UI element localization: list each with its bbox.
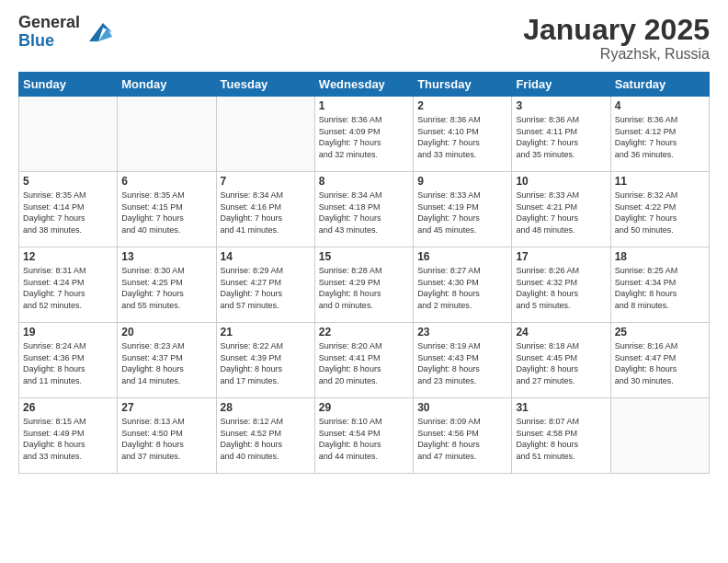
day-info: Sunrise: 8:27 AMSunset: 4:30 PMDaylight:…: [417, 265, 507, 311]
day-number: 4: [615, 99, 705, 112]
day-number: 2: [417, 99, 507, 112]
day-number: 6: [121, 175, 211, 188]
day-info: Sunrise: 8:18 AMSunset: 4:45 PMDaylight:…: [516, 340, 606, 386]
header-tuesday: Tuesday: [216, 73, 314, 97]
table-row: 21Sunrise: 8:22 AMSunset: 4:39 PMDayligh…: [216, 323, 314, 398]
table-row: 8Sunrise: 8:34 AMSunset: 4:18 PMDaylight…: [314, 172, 413, 247]
day-number: 24: [516, 326, 606, 339]
table-row: 26Sunrise: 8:15 AMSunset: 4:49 PMDayligh…: [19, 398, 118, 474]
location: Ryazhsk, Russia: [523, 46, 710, 63]
day-number: 9: [417, 175, 507, 188]
table-row: 27Sunrise: 8:13 AMSunset: 4:50 PMDayligh…: [118, 398, 216, 474]
table-row: 12Sunrise: 8:31 AMSunset: 4:24 PMDayligh…: [19, 247, 118, 323]
table-row: 1Sunrise: 8:36 AMSunset: 4:09 PMDaylight…: [314, 97, 413, 172]
title-block: January 2025 Ryazhsk, Russia: [523, 14, 710, 63]
month-title: January 2025: [523, 14, 710, 46]
day-info: Sunrise: 8:10 AMSunset: 4:54 PMDaylight:…: [319, 416, 409, 462]
day-info: Sunrise: 8:28 AMSunset: 4:29 PMDaylight:…: [319, 265, 409, 311]
day-info: Sunrise: 8:33 AMSunset: 4:21 PMDaylight:…: [516, 190, 606, 236]
day-info: Sunrise: 8:20 AMSunset: 4:41 PMDaylight:…: [319, 340, 409, 386]
table-row: 4Sunrise: 8:36 AMSunset: 4:12 PMDaylight…: [610, 97, 709, 172]
week-row-3: 19Sunrise: 8:24 AMSunset: 4:36 PMDayligh…: [19, 323, 710, 398]
day-info: Sunrise: 8:24 AMSunset: 4:36 PMDaylight:…: [23, 340, 113, 386]
table-row: 23Sunrise: 8:19 AMSunset: 4:43 PMDayligh…: [414, 323, 512, 398]
table-row: 13Sunrise: 8:30 AMSunset: 4:25 PMDayligh…: [118, 247, 216, 323]
day-info: Sunrise: 8:09 AMSunset: 4:56 PMDaylight:…: [417, 416, 507, 462]
day-info: Sunrise: 8:30 AMSunset: 4:25 PMDaylight:…: [121, 265, 211, 311]
header: General Blue January 2025 Ryazhsk, Russi…: [18, 14, 710, 63]
header-friday: Friday: [512, 73, 610, 97]
day-info: Sunrise: 8:15 AMSunset: 4:49 PMDaylight:…: [23, 416, 113, 462]
table-row: 30Sunrise: 8:09 AMSunset: 4:56 PMDayligh…: [414, 398, 512, 474]
day-number: 25: [615, 326, 705, 339]
table-row: 16Sunrise: 8:27 AMSunset: 4:30 PMDayligh…: [414, 247, 512, 323]
table-row: 11Sunrise: 8:32 AMSunset: 4:22 PMDayligh…: [610, 172, 709, 247]
day-info: Sunrise: 8:07 AMSunset: 4:58 PMDaylight:…: [516, 416, 606, 462]
table-row: 25Sunrise: 8:16 AMSunset: 4:47 PMDayligh…: [610, 323, 709, 398]
day-number: 31: [516, 401, 606, 414]
day-info: Sunrise: 8:16 AMSunset: 4:47 PMDaylight:…: [615, 340, 705, 386]
day-info: Sunrise: 8:13 AMSunset: 4:50 PMDaylight:…: [121, 416, 211, 462]
day-info: Sunrise: 8:34 AMSunset: 4:16 PMDaylight:…: [221, 190, 311, 236]
header-monday: Monday: [118, 73, 216, 97]
day-info: Sunrise: 8:26 AMSunset: 4:32 PMDaylight:…: [516, 265, 606, 311]
day-number: 28: [221, 401, 311, 414]
table-row: 3Sunrise: 8:36 AMSunset: 4:11 PMDaylight…: [512, 97, 610, 172]
day-number: 18: [615, 250, 705, 263]
day-number: 17: [516, 250, 606, 263]
day-info: Sunrise: 8:12 AMSunset: 4:52 PMDaylight:…: [221, 416, 311, 462]
day-number: 26: [23, 401, 113, 414]
day-number: 23: [417, 326, 507, 339]
day-number: 7: [221, 175, 311, 188]
table-row: 17Sunrise: 8:26 AMSunset: 4:32 PMDayligh…: [512, 247, 610, 323]
logo-blue: Blue: [18, 32, 80, 51]
header-wednesday: Wednesday: [314, 73, 413, 97]
day-info: Sunrise: 8:25 AMSunset: 4:34 PMDaylight:…: [615, 265, 705, 311]
day-number: 27: [121, 401, 211, 414]
weekday-header-row: Sunday Monday Tuesday Wednesday Thursday…: [19, 73, 710, 97]
table-row: 28Sunrise: 8:12 AMSunset: 4:52 PMDayligh…: [216, 398, 314, 474]
day-number: 10: [516, 175, 606, 188]
day-info: Sunrise: 8:23 AMSunset: 4:37 PMDaylight:…: [121, 340, 211, 386]
day-number: 3: [516, 99, 606, 112]
page: General Blue January 2025 Ryazhsk, Russi…: [0, 0, 728, 563]
header-thursday: Thursday: [414, 73, 512, 97]
table-row: [118, 97, 216, 172]
day-number: 20: [121, 326, 211, 339]
table-row: 9Sunrise: 8:33 AMSunset: 4:19 PMDaylight…: [414, 172, 512, 247]
header-sunday: Sunday: [19, 73, 118, 97]
day-info: Sunrise: 8:33 AMSunset: 4:19 PMDaylight:…: [417, 190, 507, 236]
day-number: 5: [23, 175, 113, 188]
week-row-2: 12Sunrise: 8:31 AMSunset: 4:24 PMDayligh…: [19, 247, 710, 323]
week-row-1: 5Sunrise: 8:35 AMSunset: 4:14 PMDaylight…: [19, 172, 710, 247]
day-number: 14: [221, 250, 311, 263]
week-row-4: 26Sunrise: 8:15 AMSunset: 4:49 PMDayligh…: [19, 398, 710, 474]
day-info: Sunrise: 8:22 AMSunset: 4:39 PMDaylight:…: [221, 340, 311, 386]
table-row: 10Sunrise: 8:33 AMSunset: 4:21 PMDayligh…: [512, 172, 610, 247]
day-number: 12: [23, 250, 113, 263]
header-saturday: Saturday: [610, 73, 709, 97]
day-info: Sunrise: 8:36 AMSunset: 4:12 PMDaylight:…: [615, 114, 705, 160]
logo: General Blue: [18, 14, 112, 51]
day-info: Sunrise: 8:29 AMSunset: 4:27 PMDaylight:…: [221, 265, 311, 311]
table-row: 29Sunrise: 8:10 AMSunset: 4:54 PMDayligh…: [314, 398, 413, 474]
table-row: 24Sunrise: 8:18 AMSunset: 4:45 PMDayligh…: [512, 323, 610, 398]
day-number: 21: [221, 326, 311, 339]
day-info: Sunrise: 8:34 AMSunset: 4:18 PMDaylight:…: [319, 190, 409, 236]
table-row: 15Sunrise: 8:28 AMSunset: 4:29 PMDayligh…: [314, 247, 413, 323]
logo-icon: [85, 18, 112, 46]
day-info: Sunrise: 8:36 AMSunset: 4:10 PMDaylight:…: [417, 114, 507, 160]
day-info: Sunrise: 8:32 AMSunset: 4:22 PMDaylight:…: [615, 190, 705, 236]
day-number: 8: [319, 175, 409, 188]
table-row: 31Sunrise: 8:07 AMSunset: 4:58 PMDayligh…: [512, 398, 610, 474]
day-info: Sunrise: 8:35 AMSunset: 4:14 PMDaylight:…: [23, 190, 113, 236]
day-number: 15: [319, 250, 409, 263]
table-row: 2Sunrise: 8:36 AMSunset: 4:10 PMDaylight…: [414, 97, 512, 172]
table-row: [216, 97, 314, 172]
day-info: Sunrise: 8:35 AMSunset: 4:15 PMDaylight:…: [121, 190, 211, 236]
day-number: 11: [615, 175, 705, 188]
table-row: [19, 97, 118, 172]
table-row: 22Sunrise: 8:20 AMSunset: 4:41 PMDayligh…: [314, 323, 413, 398]
day-info: Sunrise: 8:19 AMSunset: 4:43 PMDaylight:…: [417, 340, 507, 386]
table-row: 7Sunrise: 8:34 AMSunset: 4:16 PMDaylight…: [216, 172, 314, 247]
